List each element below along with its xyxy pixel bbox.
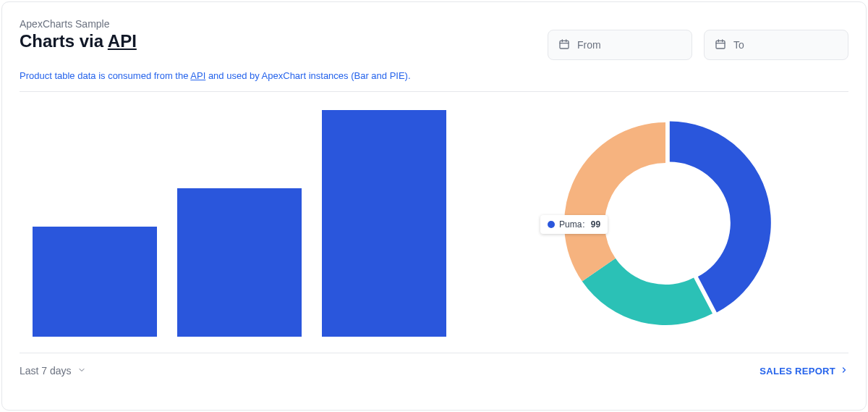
date-from-placeholder: From bbox=[577, 39, 601, 51]
bar-0[interactable] bbox=[33, 227, 157, 337]
subtitle: Product table data is consumed from the … bbox=[20, 70, 848, 81]
date-to-placeholder: To bbox=[733, 39, 744, 51]
date-to-input[interactable]: To bbox=[704, 30, 848, 60]
donut-slice-Teal[interactable] bbox=[582, 258, 712, 325]
svg-rect-0 bbox=[560, 41, 569, 49]
chart-tooltip: Puma 99 bbox=[540, 215, 608, 234]
chart-card: ApexCharts Sample Charts via API From To… bbox=[1, 1, 867, 411]
bar-2[interactable] bbox=[322, 110, 446, 337]
tooltip-value: 99 bbox=[591, 219, 600, 230]
calendar-icon bbox=[715, 38, 726, 52]
title-api-word: API bbox=[108, 31, 137, 51]
calendar-icon bbox=[558, 38, 570, 52]
header-titles: ApexCharts Sample Charts via API bbox=[20, 18, 548, 51]
page-title: Charts via API bbox=[20, 31, 548, 51]
card-header: ApexCharts Sample Charts via API From To bbox=[20, 18, 848, 60]
date-range-pickers: From To bbox=[548, 30, 848, 60]
donut-slice-Orange[interactable] bbox=[564, 122, 665, 282]
chevron-down-icon bbox=[77, 365, 86, 377]
sales-report-label: SALES REPORT bbox=[760, 366, 835, 377]
svg-rect-4 bbox=[716, 41, 725, 49]
bar-plot bbox=[33, 108, 446, 337]
header-divider bbox=[20, 91, 848, 92]
title-prefix: Charts via bbox=[20, 31, 108, 51]
card-footer: Last 7 days SALES REPORT bbox=[20, 353, 848, 377]
chevron-right-icon bbox=[840, 366, 848, 377]
bar-chart bbox=[20, 101, 482, 347]
date-from-input[interactable]: From bbox=[548, 30, 692, 60]
supertitle: ApexCharts Sample bbox=[20, 18, 548, 30]
range-dropdown[interactable]: Last 7 days bbox=[20, 365, 86, 377]
subtitle-post: and used by ApexChart instances (Bar and… bbox=[205, 70, 410, 81]
charts-row: Puma 99 bbox=[20, 101, 848, 347]
subtitle-pre: Product table data is consumed from the bbox=[20, 70, 190, 81]
tooltip-marker bbox=[548, 221, 555, 228]
sales-report-link[interactable]: SALES REPORT bbox=[760, 366, 848, 377]
api-link[interactable]: API bbox=[190, 70, 205, 81]
range-label: Last 7 days bbox=[20, 365, 72, 377]
tooltip-label: Puma bbox=[559, 219, 585, 230]
bar-1[interactable] bbox=[177, 188, 302, 337]
donut-chart: Puma 99 bbox=[482, 101, 848, 347]
